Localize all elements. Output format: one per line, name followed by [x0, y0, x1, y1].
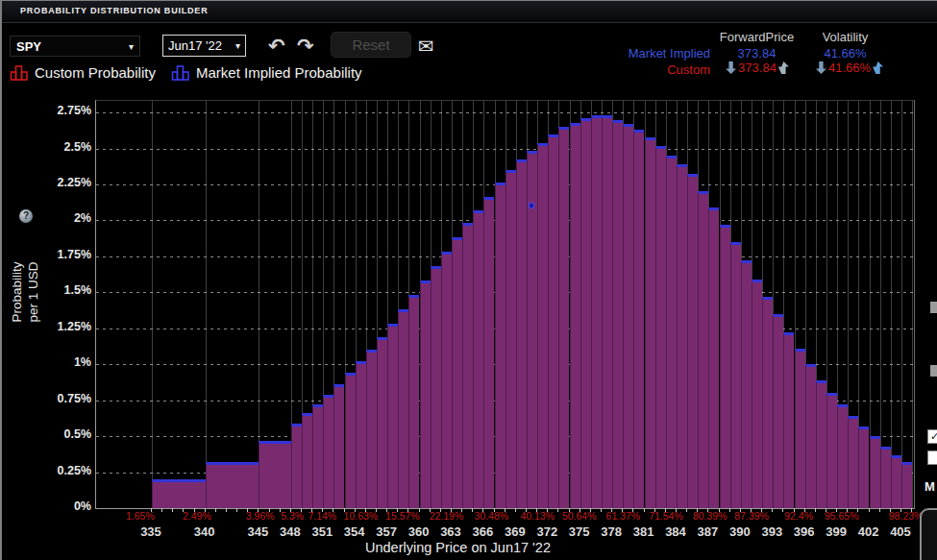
y-tick-label: 0.25% — [19, 464, 91, 477]
y-tick-label: 2% — [19, 211, 91, 225]
probability-bar[interactable] — [462, 223, 473, 508]
legend-label: Custom Probability — [35, 64, 156, 81]
expiry-select-value: Jun17 '22 — [168, 38, 222, 53]
probability-bar[interactable] — [570, 123, 580, 509]
control-point-dot[interactable] — [529, 203, 534, 208]
vertical-gridline — [912, 101, 913, 508]
probability-bar[interactable] — [473, 210, 483, 508]
probability-bar[interactable] — [206, 462, 259, 508]
probability-bar[interactable] — [495, 183, 505, 508]
probability-bar[interactable] — [752, 280, 762, 508]
probability-bar[interactable] — [537, 143, 548, 509]
side-panel-rounded-button[interactable] — [920, 508, 937, 560]
probability-bar[interactable] — [580, 118, 591, 508]
market-implied-histogram-icon — [171, 63, 190, 81]
probability-bar[interactable] — [645, 137, 655, 509]
probability-bar[interactable] — [356, 361, 366, 508]
probability-bar[interactable] — [431, 266, 441, 508]
side-checkbox-unchecked[interactable] — [927, 450, 937, 465]
y-tick-label: 2.5% — [19, 140, 91, 154]
probability-bar[interactable] — [302, 413, 312, 508]
increase-volatility-button[interactable] — [873, 61, 883, 74]
volatility-header: Volatility — [809, 30, 881, 44]
probability-bar[interactable] — [408, 295, 419, 508]
probability-bar[interactable] — [623, 124, 633, 508]
probability-bar[interactable] — [441, 252, 452, 508]
probability-bar[interactable] — [870, 436, 880, 508]
probability-bar[interactable] — [483, 197, 494, 508]
window-titlebar[interactable]: PROBABILITY DISTRIBUTION BUILDER — [2, 1, 937, 23]
probability-bar[interactable] — [891, 455, 901, 508]
side-panel-button[interactable] — [930, 302, 937, 313]
probability-bar[interactable] — [655, 146, 666, 509]
probability-bar[interactable] — [880, 447, 891, 508]
probability-bar[interactable] — [377, 337, 387, 508]
cumulative-probability-label: 2.49% — [168, 510, 226, 522]
legend-label: Market Implied Probability — [196, 64, 362, 81]
probability-bar[interactable] — [773, 314, 783, 508]
probability-bar[interactable] — [698, 191, 708, 508]
probability-bar[interactable] — [323, 395, 333, 508]
probability-bar[interactable] — [633, 130, 644, 508]
probability-bar[interactable] — [333, 384, 344, 508]
probability-bar[interactable] — [548, 134, 558, 509]
probability-bar[interactable] — [366, 350, 377, 508]
side-checkbox-checked[interactable]: ✓ — [927, 429, 937, 444]
probability-bar[interactable] — [730, 242, 741, 508]
mail-icon[interactable]: ✉ — [418, 37, 434, 56]
probability-bar[interactable] — [259, 441, 290, 508]
decrease-volatility-button[interactable] — [816, 61, 826, 74]
probability-bar[interactable] — [505, 170, 516, 508]
probability-bar[interactable] — [666, 156, 677, 508]
probability-bar[interactable] — [805, 364, 816, 508]
legend-item-custom-probability: Custom Probability — [10, 62, 156, 82]
probability-bar[interactable] — [452, 237, 462, 508]
probability-bar[interactable] — [837, 404, 848, 508]
probability-bar[interactable] — [291, 424, 302, 508]
horizontal-gridline — [96, 112, 914, 113]
redo-icon[interactable]: ↷ — [297, 36, 314, 56]
undo-icon[interactable]: ↶ — [268, 36, 285, 56]
reset-button[interactable]: Reset — [331, 32, 411, 58]
horizontal-gridline — [96, 149, 914, 150]
probability-bar[interactable] — [826, 393, 837, 508]
probability-bar[interactable] — [420, 280, 431, 508]
probability-bar[interactable] — [720, 225, 730, 508]
probability-bar[interactable] — [708, 207, 719, 508]
probability-bar[interactable] — [762, 297, 773, 508]
probability-bar[interactable] — [677, 164, 687, 508]
probability-bar[interactable] — [387, 324, 398, 508]
probability-bar[interactable] — [741, 260, 752, 508]
side-panel-button[interactable] — [930, 365, 937, 377]
probability-bar[interactable] — [398, 309, 408, 508]
probability-bar[interactable] — [795, 349, 805, 508]
probability-bar[interactable] — [591, 115, 602, 508]
probability-bar[interactable] — [687, 174, 698, 508]
probability-bar[interactable] — [516, 159, 527, 508]
x-tick-label: 405 — [879, 524, 922, 539]
probability-bar[interactable] — [858, 426, 869, 508]
probability-bar[interactable] — [152, 479, 206, 508]
probability-bar[interactable] — [612, 120, 623, 509]
expiry-select[interactable]: Jun17 '22 ▾ — [162, 35, 246, 57]
probability-bar[interactable] — [848, 416, 858, 508]
vertical-gridline — [152, 101, 153, 508]
forward-price-header: ForwardPrice — [711, 30, 802, 44]
probability-bar[interactable] — [602, 115, 612, 508]
probability-bar[interactable] — [312, 404, 323, 508]
y-tick-label: 1.25% — [19, 320, 91, 333]
custom-histogram-icon — [10, 63, 29, 81]
symbol-select-value: SPY — [16, 39, 41, 54]
probability-bar[interactable] — [901, 462, 912, 508]
custom-forward-price-control: 373.84 — [709, 61, 805, 75]
probability-bar[interactable] — [783, 332, 794, 508]
decrease-forward-price-button[interactable] — [726, 61, 736, 74]
x-tick-label: 340 — [184, 524, 226, 539]
probability-bar[interactable] — [558, 127, 569, 508]
probability-bar[interactable] — [345, 373, 356, 508]
symbol-select[interactable]: SPY ▾ — [10, 36, 140, 57]
increase-forward-price-button[interactable] — [778, 61, 789, 74]
custom-forward-price: 373.84 — [738, 61, 777, 75]
probability-chart-plot-area[interactable] — [95, 100, 915, 509]
probability-bar[interactable] — [816, 380, 826, 508]
